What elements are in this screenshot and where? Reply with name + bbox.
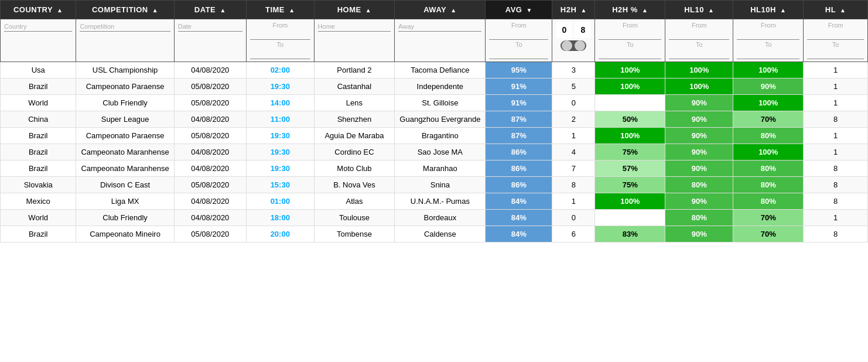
- avg-cell: 87%: [486, 111, 552, 128]
- avg-cell: 86%: [486, 160, 552, 177]
- header-away[interactable]: AWAY ▲: [395, 1, 486, 19]
- date-cell: 05/08/2020: [174, 95, 246, 111]
- hl10-cell: 90%: [665, 160, 733, 177]
- header-hl[interactable]: HL ▲: [804, 1, 868, 19]
- hl10h-cell: 80%: [733, 160, 804, 177]
- table-row: WorldClub Friendly05/08/202014:00LensSt.…: [1, 95, 868, 111]
- filter-hl10h[interactable]: From To: [733, 19, 804, 62]
- header-h2h[interactable]: H2H ▲: [552, 1, 595, 19]
- avg-from-label: From: [489, 22, 548, 29]
- time-cell: 15:30: [246, 177, 314, 193]
- header-competition[interactable]: COMPETITION ▲: [76, 1, 174, 19]
- hl10h-cell: 80%: [733, 193, 804, 210]
- time-cell: 19:30: [246, 160, 314, 177]
- filter-away[interactable]: [395, 19, 486, 62]
- competition-cell: Club Friendly: [76, 95, 174, 111]
- table-row: ChinaSuper League04/08/202011:00Shenzhen…: [1, 111, 868, 128]
- hl-from-input[interactable]: [807, 30, 864, 40]
- h2h-toggle[interactable]: [561, 40, 586, 51]
- hl10-to-input[interactable]: [669, 49, 729, 59]
- filter-date[interactable]: [174, 19, 246, 62]
- table-row: BrazilCampeonato Mineiro05/08/202020:00T…: [1, 226, 868, 243]
- filter-hl[interactable]: From To: [804, 19, 868, 62]
- sort-hl10h-icon: ▲: [780, 7, 786, 13]
- hl10h-cell: 80%: [733, 128, 804, 144]
- home-cell: Lens: [314, 95, 395, 111]
- competition-cell: Campeonato Mineiro: [76, 226, 174, 243]
- sort-away-icon: ▲: [450, 7, 456, 13]
- filter-country[interactable]: [1, 19, 76, 62]
- competition-cell: Campeonato Paraense: [76, 128, 174, 144]
- table-row: BrazilCampeonato Paraense05/08/202019:30…: [1, 78, 868, 95]
- sort-hl10-icon: ▲: [708, 7, 714, 13]
- h2h-cell: 1: [552, 193, 595, 210]
- header-hl10h[interactable]: HL10H ▲: [733, 1, 804, 19]
- header-home[interactable]: HOME ▲: [314, 1, 395, 19]
- country-cell: Brazil: [1, 128, 76, 144]
- h2h-cell: 0: [552, 210, 595, 226]
- hl10h-cell: 100%: [733, 62, 804, 78]
- time-cell: 19:30: [246, 78, 314, 95]
- hl10-from-input[interactable]: [669, 30, 729, 40]
- filter-hl10[interactable]: From To: [665, 19, 733, 62]
- time-cell: 18:00: [246, 210, 314, 226]
- away-input[interactable]: [398, 22, 481, 32]
- time-from-input[interactable]: [250, 30, 310, 40]
- home-cell: Toulouse: [314, 210, 395, 226]
- hl10h-from-input[interactable]: [737, 30, 799, 40]
- header-avg[interactable]: AVG ▼: [486, 1, 552, 19]
- date-input[interactable]: [178, 22, 242, 32]
- hl10h-to-input[interactable]: [737, 49, 799, 59]
- away-cell: Bragantino: [395, 128, 486, 144]
- filter-competition[interactable]: [76, 19, 174, 62]
- competition-input[interactable]: [80, 22, 170, 32]
- time-cell: 11:00: [246, 111, 314, 128]
- time-to-input[interactable]: [250, 49, 310, 59]
- sort-hl-icon: ▲: [840, 7, 846, 13]
- home-input[interactable]: [318, 22, 391, 32]
- avg-from-input[interactable]: [489, 30, 548, 40]
- filter-h2h: 0 8: [552, 19, 595, 62]
- header-h2h-pct[interactable]: H2H % ▲: [595, 1, 665, 19]
- header-hl10[interactable]: HL10 ▲: [665, 1, 733, 19]
- table-row: BrazilCampeonato Maranhense04/08/202019:…: [1, 160, 868, 177]
- sort-competition-icon: ▲: [152, 7, 158, 13]
- h2h-pct-cell: 100%: [595, 62, 665, 78]
- country-cell: Brazil: [1, 226, 76, 243]
- filter-home[interactable]: [314, 19, 395, 62]
- away-cell: Independente: [395, 78, 486, 95]
- h2h-pct-from-input[interactable]: [599, 30, 661, 40]
- hl10-cell: 90%: [665, 95, 733, 111]
- table-row: WorldClub Friendly04/08/202018:00Toulous…: [1, 210, 868, 226]
- avg-cell: 84%: [486, 210, 552, 226]
- hl-cell: 8: [804, 160, 868, 177]
- hl10h-cell: 90%: [733, 78, 804, 95]
- hl10h-cell: 80%: [733, 177, 804, 193]
- header-time[interactable]: TIME ▲: [246, 1, 314, 19]
- hl-to-input[interactable]: [807, 49, 864, 59]
- filter-time[interactable]: From To: [246, 19, 314, 62]
- time-to-label: To: [250, 41, 310, 48]
- h2h-pct-to-input[interactable]: [599, 49, 661, 59]
- avg-to-input[interactable]: [489, 49, 548, 59]
- table-row: BrazilCampeonato Paraense05/08/202019:30…: [1, 128, 868, 144]
- date-cell: 04/08/2020: [174, 210, 246, 226]
- h2h-cell: 7: [552, 160, 595, 177]
- time-cell: 19:30: [246, 128, 314, 144]
- filter-h2h-pct[interactable]: From To: [595, 19, 665, 62]
- sort-country-icon: ▲: [57, 7, 63, 13]
- sort-time-icon: ▲: [289, 7, 295, 13]
- avg-to-label: To: [489, 41, 548, 48]
- header-date[interactable]: DATE ▲: [174, 1, 246, 19]
- header-country[interactable]: COUNTRY ▲: [1, 1, 76, 19]
- date-cell: 04/08/2020: [174, 160, 246, 177]
- country-input[interactable]: [4, 22, 72, 32]
- hl-cell: 1: [804, 144, 868, 160]
- hl10h-cell: 70%: [733, 210, 804, 226]
- away-cell: Maranhao: [395, 160, 486, 177]
- hl10-cell: 100%: [665, 78, 733, 95]
- filter-avg[interactable]: From To: [486, 19, 552, 62]
- avg-cell: 95%: [486, 62, 552, 78]
- h2h-pct-cell: [595, 210, 665, 226]
- date-cell: 05/08/2020: [174, 177, 246, 193]
